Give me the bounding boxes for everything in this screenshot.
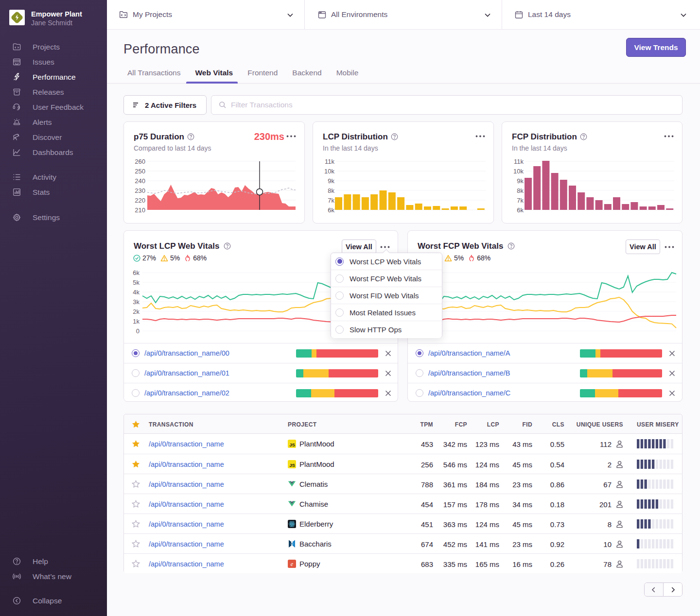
- svg-text:JS: JS: [289, 462, 295, 468]
- svg-text:7k: 7k: [328, 197, 334, 204]
- svg-text:10k: 10k: [513, 168, 524, 175]
- svg-text:240: 240: [135, 177, 145, 185]
- svg-text:6k: 6k: [517, 206, 524, 214]
- svg-text:4k: 4k: [133, 289, 140, 296]
- svg-text:10k: 10k: [324, 168, 334, 175]
- svg-text:250: 250: [135, 168, 145, 175]
- svg-text:5k: 5k: [133, 279, 140, 286]
- svg-text:7k: 7k: [517, 197, 524, 204]
- svg-text:1k: 1k: [133, 318, 140, 325]
- svg-text:0: 0: [136, 327, 140, 335]
- svg-text:9k: 9k: [328, 177, 334, 185]
- svg-text:220: 220: [135, 197, 145, 204]
- svg-text:3k: 3k: [133, 298, 140, 306]
- svg-text:e: e: [291, 561, 294, 567]
- svg-text:8k: 8k: [517, 187, 524, 194]
- svg-text:6k: 6k: [133, 269, 140, 276]
- svg-text:11k: 11k: [514, 158, 524, 165]
- svg-text:8k: 8k: [328, 187, 334, 194]
- svg-text:210: 210: [135, 206, 145, 214]
- svg-text:11k: 11k: [325, 158, 334, 165]
- svg-text:JS: JS: [289, 442, 295, 447]
- svg-text:230: 230: [135, 187, 145, 194]
- svg-text:9k: 9k: [517, 177, 524, 185]
- svg-text:260: 260: [135, 158, 145, 165]
- svg-text:6k: 6k: [328, 206, 334, 214]
- svg-text:2k: 2k: [133, 308, 140, 315]
